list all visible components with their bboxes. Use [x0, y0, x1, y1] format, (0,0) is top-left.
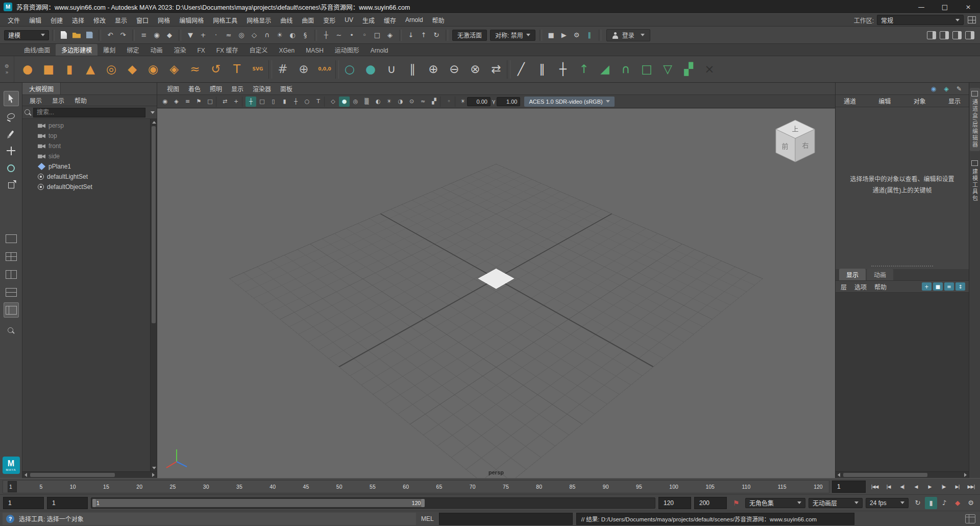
tool-settings-toggle-icon[interactable]	[938, 29, 950, 41]
subdiv-proxy-icon[interactable]: ●	[360, 59, 381, 80]
login-dropdown[interactable]: 登录	[606, 29, 650, 41]
shelf-tab[interactable]: 绑定	[121, 44, 144, 56]
shelf-tab[interactable]: FX	[191, 45, 210, 56]
command-result-output[interactable]: // 结果: D:/Users/Documents/maya/projects/…	[576, 513, 854, 525]
mask-deformations-icon[interactable]: ◇	[248, 29, 260, 41]
select-camera-icon[interactable]: ◉	[160, 97, 170, 107]
animation-layer-dropdown[interactable]: 无动画层	[808, 498, 863, 508]
step-back-frame-button[interactable]: |◀	[882, 481, 895, 493]
curve-spiral-icon[interactable]: ↺	[206, 59, 226, 80]
shelf-gear-icon[interactable]: ⚙	[5, 63, 9, 69]
menu-item[interactable]: 文件	[3, 14, 24, 26]
channel-box-menu-item[interactable]: 对象	[914, 97, 926, 105]
auto-keyframe-icon[interactable]: ◆	[951, 497, 964, 509]
colorspace-dropdown[interactable]: ACES 1.0 SDR-video (sRGB)	[524, 97, 614, 107]
outliner-menu-item[interactable]: 帮助	[75, 96, 87, 105]
character-set-dropdown[interactable]: 无角色集	[745, 498, 805, 508]
boolean-union-icon[interactable]: ⊕	[423, 59, 444, 80]
select-component-icon[interactable]: ◆	[163, 29, 176, 41]
film-gate-icon[interactable]: □	[257, 97, 267, 107]
undo-icon[interactable]: ↶	[104, 29, 116, 41]
pplane1-object[interactable]	[479, 269, 513, 288]
shelf-tab[interactable]: 运动图形	[329, 44, 365, 56]
step-back-key-button[interactable]: ◀|	[896, 481, 909, 493]
layout-three-pane[interactable]	[4, 284, 19, 300]
viewport-menu-item[interactable]: 渲染器	[248, 84, 276, 93]
mask-dynamics-icon[interactable]: ☀	[274, 29, 286, 41]
image-plane-icon[interactable]: □	[205, 97, 215, 107]
bridge-icon[interactable]: ∩	[616, 59, 636, 80]
range-end-handle[interactable]: 120	[412, 500, 421, 506]
poly-disc-icon[interactable]: ◉	[143, 59, 163, 80]
viewport-menu-item[interactable]: 着色	[184, 84, 205, 93]
camera-icon[interactable]: ◈	[942, 84, 951, 93]
layer-options-icon[interactable]: ≡	[944, 282, 954, 291]
select-object-icon[interactable]: ◉	[151, 29, 163, 41]
outliner-vertical-scrollbar[interactable]	[150, 119, 157, 471]
mirror-icon[interactable]: ⇄	[486, 59, 506, 80]
poly-platonic-icon[interactable]: ◈	[164, 59, 184, 80]
shelf-tab[interactable]: FX 缓存	[211, 44, 244, 56]
shelf-tab[interactable]: XGen	[273, 45, 300, 56]
maximize-button[interactable]: □	[933, 0, 957, 13]
title-bar[interactable]: M 苏音资源网：www.suyin66.com - Autodesk MAYA …	[0, 0, 980, 13]
outliner-item[interactable]: defaultObjectSet	[22, 182, 157, 192]
safe-title-icon[interactable]: T	[313, 97, 324, 107]
channel-box-menu-item[interactable]: 编辑	[878, 97, 891, 105]
search-filter-dropdown-icon[interactable]	[151, 111, 155, 114]
mask-rendering-icon[interactable]: ◐	[286, 29, 299, 41]
layout-two-pane[interactable]	[4, 267, 19, 282]
output-connections-icon[interactable]: ↑	[418, 29, 430, 41]
lasso-tool[interactable]	[4, 108, 19, 124]
step-forward-frame-button[interactable]: ▶|	[951, 481, 964, 493]
textured-icon[interactable]: ▒	[361, 97, 372, 107]
pause-viewport-icon[interactable]: ‖	[583, 29, 596, 41]
menu-item[interactable]: 窗口	[132, 14, 153, 26]
exposure-icon[interactable]: ☀	[460, 98, 465, 105]
shadows-icon[interactable]: ◑	[395, 97, 406, 107]
mask-points-icon[interactable]: ·	[210, 29, 222, 41]
layout-outliner-persp[interactable]	[4, 302, 19, 318]
boolean-intersection-icon[interactable]: ⊗	[465, 59, 485, 80]
mask-curves-icon[interactable]: ≈	[223, 29, 235, 41]
outliner-menu-item[interactable]: 显示	[52, 96, 64, 105]
script-editor-icon[interactable]	[965, 514, 975, 523]
current-frame-field[interactable]: 1	[832, 481, 866, 493]
attribute-editor-toggle-icon[interactable]	[925, 29, 938, 41]
shelf-tab[interactable]: 曲线/曲面	[18, 44, 56, 56]
shelf-tab[interactable]: 多边形建模	[56, 44, 97, 56]
animation-start-field[interactable]: 1	[3, 497, 44, 509]
bevel-icon[interactable]: ◢	[595, 59, 615, 80]
display-layer-list[interactable]	[836, 293, 969, 471]
scale-tool[interactable]	[4, 178, 19, 193]
layer-editor-tab[interactable]: 显示	[839, 269, 866, 280]
go-to-start-button[interactable]: |◀◀	[868, 481, 881, 493]
shelf-tab[interactable]: MASH	[300, 45, 329, 56]
wireframe-icon[interactable]: ◇	[328, 97, 338, 107]
command-line-input[interactable]	[439, 513, 573, 525]
svg-tool-icon[interactable]: SVG	[248, 59, 268, 80]
channel-box-menu-item[interactable]: 通道	[844, 97, 856, 105]
outliner-search-input[interactable]	[33, 108, 145, 117]
snap-to-origin-icon[interactable]: 0,0,0	[314, 59, 335, 80]
viewport-menu-item[interactable]: 显示	[227, 84, 248, 93]
offset-edge-loop-icon[interactable]: ┼	[553, 59, 573, 80]
construction-plane-icon[interactable]: #	[273, 59, 293, 80]
new-scene-icon[interactable]	[58, 29, 70, 41]
outliner-item[interactable]: defaultLightSet	[22, 172, 157, 182]
poly-cube-icon[interactable]: ■	[38, 59, 59, 80]
outliner-item[interactable]: side	[22, 151, 157, 161]
range-slider-groove[interactable]: 1 120	[91, 497, 655, 509]
viewport-menu-item[interactable]: 面板	[276, 84, 297, 93]
ipr-render-icon[interactable]: ▶	[558, 29, 570, 41]
poly-sphere-icon[interactable]: ●	[17, 59, 38, 80]
menu-item[interactable]: 网格显示	[242, 14, 276, 26]
sort-layers-icon[interactable]: ↕	[955, 282, 965, 291]
mask-all-icon[interactable]: ▼	[184, 29, 197, 41]
add-bookmark-icon[interactable]: ⚑	[730, 497, 742, 509]
outliner-item[interactable]: front	[22, 141, 157, 151]
boolean-difference-icon[interactable]: ⊖	[444, 59, 464, 80]
resolution-gate-icon[interactable]: ▯	[268, 97, 279, 107]
fill-hole-icon[interactable]: □	[636, 59, 657, 80]
anti-alias-icon[interactable]: ▞	[429, 97, 439, 107]
